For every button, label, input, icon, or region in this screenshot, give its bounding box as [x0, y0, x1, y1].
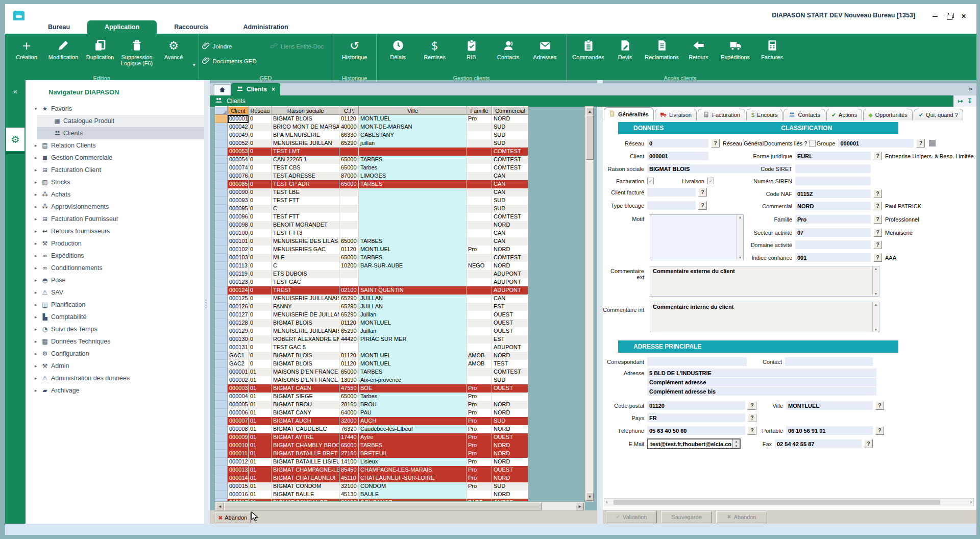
row-header-cell[interactable]	[215, 278, 228, 286]
ribbon-button-reclamations[interactable]: Reclamations	[644, 36, 680, 60]
grid-row[interactable]: 0001030MLE65000TARBESCOMTEST	[215, 254, 528, 262]
cell-ville[interactable]: MONTLUEL	[359, 319, 467, 327]
cell-c-p-[interactable]: 65000	[339, 254, 359, 262]
row-header-cell[interactable]	[215, 180, 228, 188]
cell-famille[interactable]: Pro	[467, 442, 492, 450]
cell-commercial[interactable]: SUD	[492, 205, 528, 213]
cell-ville[interactable]: Aix-en-provence	[359, 376, 467, 384]
row-header-cell[interactable]	[215, 246, 228, 254]
help-ville-button[interactable]: ?	[875, 401, 884, 410]
row-header-cell[interactable]	[215, 482, 228, 491]
grid-header-famille[interactable]: Famille	[467, 106, 492, 115]
cell-client[interactable]: 000096	[228, 213, 249, 221]
cell-commercial[interactable]: CAN	[492, 180, 528, 188]
cell-raison-sociale[interactable]: MAISONS D'EN FRANCE	[272, 376, 339, 384]
cell-famille[interactable]: Pro	[467, 482, 492, 491]
cell-c-p-[interactable]	[339, 213, 359, 221]
row-header-cell[interactable]	[215, 188, 228, 197]
cell-client[interactable]: 000002	[228, 376, 249, 384]
sidebar-item-catalogue-produit[interactable]: ▦Catalogue Produit	[26, 115, 204, 127]
cell-client[interactable]: 000004	[228, 393, 249, 401]
cell-client[interactable]: 000125	[228, 295, 249, 303]
row-header-cell[interactable]	[215, 458, 228, 466]
portable-input[interactable]: 06 10 56 91 01	[786, 426, 873, 435]
chevron-down-icon[interactable]: ▾	[193, 62, 195, 67]
grid-row[interactable]: 0001280BIGMAT BLOIS01120MONTLUELOUEST	[215, 319, 528, 327]
grid-row[interactable]: 0001010MENUISERIE DES LILAS65000TARBESCA…	[215, 237, 528, 246]
cell-raison-sociale[interactable]: BIGMAT BATAILLE BRET	[272, 450, 339, 458]
ville-input[interactable]: MONTLUEL	[786, 401, 873, 410]
cell-famille[interactable]	[467, 368, 492, 376]
menu-tab-administration[interactable]: Administration	[226, 20, 306, 34]
cell-raison-sociale[interactable]: TEST CBS	[272, 164, 339, 172]
ribbon-button-commandes[interactable]: Commandes	[570, 36, 607, 60]
help-code-postal-button[interactable]: ?	[748, 401, 756, 410]
scroll-down-icon[interactable]: ▼	[874, 292, 878, 296]
cell-c-p-[interactable]: 76320	[339, 425, 359, 433]
cell-c-p-[interactable]: 44420	[339, 335, 359, 344]
cell-raison-sociale[interactable]: BIGMAT AUCH	[272, 417, 339, 425]
telephone-input[interactable]: 05 63 40 50 60	[647, 426, 745, 435]
cell-raison-sociale[interactable]: FANNY	[272, 303, 339, 311]
grid-row[interactable]: 0001240TREST02100SAINT QUENTINADUPONT	[215, 286, 528, 295]
cell-r-seau[interactable]: 0	[249, 319, 272, 327]
tab-overflow-icon[interactable]: »	[969, 85, 972, 92]
sidebar-item-admin[interactable]: ▸⚒Admin	[26, 360, 204, 372]
cell-raison-sociale[interactable]: MENUISERIE DES LILAS	[272, 237, 339, 246]
type-blocage-input[interactable]	[647, 201, 696, 210]
grid-row[interactable]: 0000520MENUISERIE JUILLAN65290juillanSUD	[215, 139, 528, 148]
detail-tab-qui-quand-[interactable]: ✔Qui, quand ?	[914, 109, 963, 120]
cell-famille[interactable]	[467, 180, 492, 188]
contact-input[interactable]	[785, 357, 873, 366]
cell-commercial[interactable]: OUEST	[492, 433, 528, 442]
cell-r-seau[interactable]: 0	[249, 262, 272, 270]
row-header-cell[interactable]	[215, 425, 228, 433]
cell-commercial[interactable]: SUD	[492, 131, 528, 139]
cell-commercial[interactable]: EST	[492, 303, 528, 311]
row-header-cell[interactable]	[215, 213, 228, 221]
cell-ville[interactable]: MONTLUEL	[359, 246, 467, 254]
close-tab-icon[interactable]: ×	[272, 86, 275, 93]
help-fax-button[interactable]: ?	[864, 439, 873, 448]
cell-raison-sociale[interactable]: BIGMAT COUSANCE	[272, 499, 339, 501]
detail-tab-encours[interactable]: $Encours	[746, 109, 782, 120]
cell-famille[interactable]	[467, 319, 492, 327]
cell-raison-sociale[interactable]: MENUISERIES GAC	[272, 246, 339, 254]
cell-r-seau[interactable]: 0	[249, 254, 272, 262]
cell-ville[interactable]: BAULE	[359, 491, 467, 499]
cell-ville[interactable]: PAU	[359, 409, 467, 417]
cell-famille[interactable]	[467, 295, 492, 303]
help-famille-button[interactable]: ?	[873, 215, 882, 224]
cell-client[interactable]: 000052	[228, 139, 249, 148]
help-telephone-button[interactable]: ?	[748, 426, 756, 435]
grid-row[interactable]: 00001201BIGMAT BATAILLE LISIEU14100Lisie…	[215, 458, 528, 466]
chevron-right-icon[interactable]: ▸	[33, 278, 39, 283]
cell-client[interactable]: 000008	[228, 425, 249, 433]
chevron-down-icon[interactable]: ▾	[33, 106, 39, 111]
commercial-input[interactable]: NORD	[795, 202, 871, 210]
cell-famille[interactable]: Pro	[467, 425, 492, 433]
chevron-right-icon[interactable]: ▸	[33, 204, 39, 209]
cell-commercial[interactable]: OUEST	[492, 384, 528, 393]
cell-r-seau[interactable]: 0	[249, 270, 272, 278]
ribbon-button-duplication[interactable]: Duplication	[82, 36, 118, 60]
grid-header-commercial[interactable]: Commercial	[492, 106, 528, 115]
cell-ville[interactable]	[359, 221, 467, 229]
cell-c-p-[interactable]: 66330	[339, 131, 359, 139]
cell-famille[interactable]: AMOB	[467, 360, 492, 368]
scroll-down-icon[interactable]: ▼	[874, 328, 878, 331]
dock-down-icon[interactable]: ↧	[967, 97, 972, 105]
livraison-checkbox[interactable]: ✓	[707, 178, 714, 184]
row-header-cell[interactable]	[215, 221, 228, 229]
grid-row[interactable]: 00000201MAISONS D'EN FRANCE13090Aix-en-p…	[215, 376, 528, 384]
help-forme-button[interactable]: ?	[873, 152, 882, 160]
row-header-cell[interactable]	[215, 401, 228, 409]
sidebar-item-achats[interactable]: ▸⁂Achats	[26, 188, 204, 201]
cell-c-p-[interactable]: 65000	[339, 156, 359, 164]
cell-client[interactable]: 000007	[228, 417, 249, 425]
grid-row[interactable]: 0001250MENUISERIE JUILLANAIS65290JUILLAN…	[215, 295, 528, 303]
grid-row[interactable]: 0000960TEST FTTCOMTEST	[215, 213, 528, 221]
row-header-cell[interactable]	[215, 360, 228, 368]
cell-r-seau[interactable]: 0	[249, 286, 272, 295]
cell-ville[interactable]: Aytre	[359, 433, 467, 442]
